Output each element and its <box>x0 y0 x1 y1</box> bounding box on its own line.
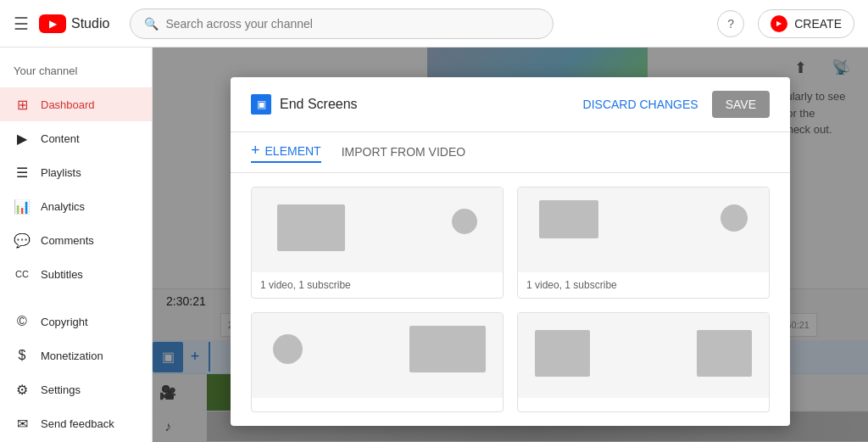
template-card-0[interactable]: 1 video, 1 subscribe <box>251 187 504 299</box>
template-label-0: 1 video, 1 subscribe <box>252 272 503 298</box>
sidebar-item-label: Content <box>41 132 80 145</box>
topbar-right: ? CREATE <box>717 9 854 38</box>
modal-header: ▣ End Screens DISCARD CHANGES SAVE <box>231 77 790 132</box>
sidebar-channel-label: Your channel <box>0 54 152 87</box>
dashboard-icon: ⊞ <box>14 96 31 113</box>
monetization-icon: $ <box>14 347 31 364</box>
sidebar-item-label: Dashboard <box>41 98 95 111</box>
sidebar-item-label: Comments <box>41 234 94 247</box>
template-rect-3b <box>697 330 752 377</box>
modal-title: End Screens <box>280 97 583 112</box>
settings-icon: ⚙ <box>14 381 31 398</box>
template-rect-3a <box>535 330 590 377</box>
tab-element[interactable]: + ELEMENT <box>251 142 321 163</box>
content-icon: ▶ <box>14 130 31 147</box>
modal-overlay: ▣ End Screens DISCARD CHANGES SAVE + ELE… <box>153 48 868 442</box>
sidebar-item-label: Settings <box>41 383 81 396</box>
template-label-1: 1 video, 1 subscribe <box>518 272 769 298</box>
search-bar[interactable]: 🔍 <box>130 8 554 39</box>
sidebar-item-playlists[interactable]: ☰ Playlists <box>0 155 152 189</box>
template-card-2[interactable] <box>251 312 504 412</box>
comments-icon: 💬 <box>14 232 31 249</box>
sidebar-item-monetization[interactable]: $ Monetization <box>0 338 152 372</box>
modal-tabs: + ELEMENT IMPORT FROM VIDEO <box>231 132 790 173</box>
template-preview-1 <box>518 187 769 272</box>
sidebar-item-dashboard[interactable]: ⊞ Dashboard <box>0 87 152 121</box>
search-icon: 🔍 <box>144 17 159 31</box>
subtitles-icon: CC <box>14 266 31 283</box>
sidebar-item-comments[interactable]: 💬 Comments <box>0 223 152 257</box>
modal-body: 1 video, 1 subscribe 1 video, 1 subscrib… <box>231 173 790 426</box>
sidebar-item-copyright[interactable]: © Copyright <box>0 305 152 338</box>
sidebar-item-settings[interactable]: ⚙ Settings <box>0 372 152 406</box>
template-circle-2a <box>273 334 303 364</box>
sidebar-item-label: Send feedback <box>41 417 114 430</box>
logo: Studio <box>39 14 109 33</box>
sidebar-item-content[interactable]: ▶ Content <box>0 121 152 155</box>
copyright-icon: © <box>14 313 31 330</box>
sidebar-item-label: Analytics <box>41 200 85 213</box>
tab-import-label: IMPORT FROM VIDEO <box>342 145 466 159</box>
menu-icon[interactable]: ☰ <box>14 14 29 34</box>
topbar: ☰ Studio 🔍 ? CREATE <box>0 0 868 48</box>
template-preview-3 <box>518 313 769 398</box>
template-card-3[interactable] <box>517 312 770 412</box>
add-element-icon: + <box>251 142 260 159</box>
sidebar-bottom: ⚙ Settings ✉ Send feedback <box>0 372 152 440</box>
discard-changes-button[interactable]: DISCARD CHANGES <box>583 98 698 111</box>
main-content: ⬆ 📡 ▶ ↺ ↻ 🔊 ⊞ ⚙ check back regularly to … <box>153 48 868 442</box>
youtube-icon <box>39 14 66 33</box>
create-button[interactable]: CREATE <box>758 9 854 38</box>
end-screens-modal: ▣ End Screens DISCARD CHANGES SAVE + ELE… <box>231 77 790 426</box>
template-label-3 <box>518 398 769 411</box>
template-preview-2 <box>252 313 503 398</box>
playlists-icon: ☰ <box>14 164 31 181</box>
analytics-icon: 📊 <box>14 198 31 215</box>
modal-title-icon: ▣ <box>251 94 271 115</box>
tab-import[interactable]: IMPORT FROM VIDEO <box>342 145 466 160</box>
template-card-1[interactable]: 1 video, 1 subscribe <box>517 187 770 299</box>
sidebar-item-subtitles[interactable]: CC Subtitles <box>0 257 152 291</box>
sidebar-item-label: Playlists <box>41 166 81 179</box>
create-icon <box>771 15 787 32</box>
sidebar-item-label: Copyright <box>41 316 88 328</box>
sidebar-item-label: Subtitles <box>41 268 83 281</box>
template-label-2 <box>252 398 503 411</box>
feedback-icon: ✉ <box>14 415 31 432</box>
template-rect-0 <box>277 204 345 251</box>
help-button[interactable]: ? <box>717 10 744 37</box>
sidebar-item-label: Monetization <box>41 350 103 362</box>
search-input[interactable] <box>165 17 539 31</box>
tab-element-label: ELEMENT <box>265 144 321 158</box>
template-circle-1 <box>721 204 748 232</box>
template-rect-1 <box>539 200 598 238</box>
template-rect-2 <box>409 326 486 372</box>
save-button[interactable]: SAVE <box>712 91 770 118</box>
create-label: CREATE <box>794 17 842 31</box>
sidebar: Your channel ⊞ Dashboard ▶ Content ☰ Pla… <box>0 48 153 442</box>
studio-label: Studio <box>71 16 109 31</box>
template-preview-0 <box>252 187 503 272</box>
sidebar-item-analytics[interactable]: 📊 Analytics <box>0 189 152 223</box>
template-circle-0 <box>452 209 477 234</box>
sidebar-item-feedback[interactable]: ✉ Send feedback <box>0 406 152 440</box>
